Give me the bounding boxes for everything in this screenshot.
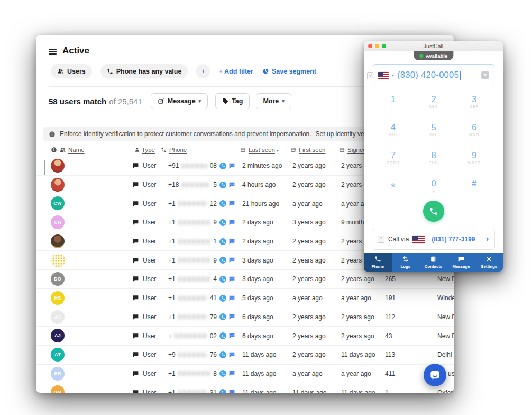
tag-button[interactable]: Tag bbox=[215, 93, 250, 109]
call-icon[interactable] bbox=[219, 389, 226, 393]
chat-bubble-icon bbox=[132, 332, 139, 339]
users-filter-pill[interactable]: Users bbox=[51, 64, 92, 78]
dialpad-key-hash[interactable]: # bbox=[454, 176, 494, 204]
sms-icon[interactable] bbox=[228, 200, 235, 207]
caller-id-number: (831) 777-3199 bbox=[432, 236, 475, 243]
tag-icon bbox=[222, 98, 228, 104]
availability-status-badge[interactable]: Available bbox=[414, 51, 453, 60]
call-icon[interactable] bbox=[219, 313, 226, 320]
table-row[interactable]: DO User +1 4 3 days ago 2 years ago 2 ye… bbox=[36, 270, 454, 289]
sms-icon[interactable] bbox=[228, 295, 235, 302]
clear-number-icon[interactable]: ✕ bbox=[481, 71, 489, 79]
add-filter-pill-button[interactable]: + bbox=[196, 64, 209, 78]
phone-prefix: +1 bbox=[168, 294, 176, 302]
sms-icon[interactable] bbox=[228, 163, 235, 169]
phone-number-input[interactable]: ▾ (830) 420-0005 ✕ bbox=[373, 64, 494, 86]
more-button[interactable]: More ▾ bbox=[256, 93, 291, 109]
pie-chart-icon bbox=[262, 68, 269, 75]
call-icon[interactable] bbox=[219, 163, 226, 169]
phone-suffix: 41 bbox=[210, 294, 217, 302]
phone-cell: +91 08 bbox=[168, 162, 235, 169]
phone-cell: +18 5 bbox=[168, 181, 235, 188]
tab-phone[interactable]: Phone bbox=[364, 253, 392, 272]
hamburger-menu-icon[interactable] bbox=[49, 48, 57, 56]
save-segment-button[interactable]: Save segment bbox=[262, 68, 316, 75]
add-filter-link[interactable]: + Add filter bbox=[219, 68, 253, 75]
call-icon[interactable] bbox=[219, 276, 226, 283]
table-row[interactable]: GM User +1 31 11 days ago 11 days ago 11… bbox=[36, 383, 454, 393]
chevron-down-icon: ▾ bbox=[199, 98, 201, 104]
call-icon[interactable] bbox=[219, 295, 226, 302]
header-phone[interactable]: Phone bbox=[169, 147, 187, 153]
dialpad-key-8[interactable]: 8TUV bbox=[414, 148, 454, 176]
phone-suffix: 31 bbox=[210, 389, 217, 393]
last-seen-cell: 5 days ago bbox=[242, 294, 273, 302]
call-icon[interactable] bbox=[219, 219, 226, 226]
signed-up-cell: 11 days ago bbox=[341, 389, 375, 393]
call-icon[interactable] bbox=[219, 370, 226, 377]
type-cell: User bbox=[143, 181, 156, 188]
sms-icon[interactable] bbox=[228, 238, 235, 245]
sort-caret-icon: ▾ bbox=[277, 148, 279, 153]
dialpad-key-4[interactable]: 4GHI bbox=[373, 120, 414, 148]
dialpad-key-9[interactable]: 9WXYZ bbox=[454, 148, 494, 176]
call-icon[interactable] bbox=[219, 200, 226, 207]
redacted-digits bbox=[178, 296, 207, 301]
country-dropdown-caret-icon[interactable]: ▾ bbox=[392, 73, 394, 78]
call-via-selector[interactable]: ? Call via (831) 777-3199 ▲▼ bbox=[372, 229, 495, 250]
dialpad-key-5[interactable]: 5JKL bbox=[414, 120, 454, 148]
table-row[interactable]: AJ User +1 79 6 days ago 2 years ago 2 y… bbox=[36, 308, 454, 327]
redacted-digits bbox=[178, 277, 211, 282]
online-status-dot bbox=[419, 54, 423, 58]
select-arrows-icon[interactable]: ▲▼ bbox=[486, 237, 489, 242]
phone-suffix: 02 bbox=[210, 332, 217, 340]
call-icon[interactable] bbox=[219, 332, 226, 339]
tab-logs[interactable]: Logs bbox=[392, 253, 420, 272]
sms-icon[interactable] bbox=[228, 313, 235, 320]
call-icon[interactable] bbox=[219, 182, 226, 188]
sms-icon[interactable] bbox=[228, 219, 235, 226]
phone-suffix: 08 bbox=[210, 162, 217, 169]
zoom-window-button[interactable] bbox=[382, 44, 386, 48]
signed-up-cell: 2 years ago bbox=[341, 313, 374, 321]
tab-message[interactable]: Message bbox=[447, 253, 475, 272]
phone-suffix: 1 bbox=[213, 238, 217, 245]
sms-icon[interactable] bbox=[228, 389, 235, 393]
minimize-window-button[interactable] bbox=[375, 44, 379, 48]
dialpad-key-2[interactable]: 2ABC bbox=[414, 92, 454, 120]
table-row[interactable]: AT User +9 76 11 days ago 2 years ago 11… bbox=[36, 346, 454, 365]
calendar-icon bbox=[339, 147, 345, 153]
table-row[interactable]: AJ User + 02 6 days ago 2 years ago 2 ye… bbox=[36, 327, 454, 346]
dialpad-key-star[interactable]: * bbox=[373, 176, 414, 204]
sms-icon[interactable] bbox=[228, 351, 235, 358]
message-button[interactable]: Message ▾ bbox=[151, 93, 208, 109]
dialpad-key-6[interactable]: 6MNO bbox=[454, 120, 494, 148]
table-row[interactable]: HS User +1 41 5 days ago a year ago a ye… bbox=[36, 289, 454, 308]
header-first-seen[interactable]: First seen bbox=[299, 147, 326, 153]
messenger-launcher-button[interactable] bbox=[424, 364, 446, 386]
sms-icon[interactable] bbox=[228, 257, 235, 264]
phone-cell: +1 8 bbox=[168, 370, 235, 377]
tab-contacts[interactable]: Contacts bbox=[419, 253, 447, 272]
header-name: Name bbox=[68, 147, 85, 153]
help-icon[interactable]: ? bbox=[378, 236, 384, 243]
sms-icon[interactable] bbox=[228, 332, 235, 339]
dialpad-key-7[interactable]: 7PQRS bbox=[373, 148, 414, 176]
header-last-seen[interactable]: Last seen ▾ bbox=[249, 147, 279, 153]
call-icon[interactable] bbox=[219, 257, 226, 264]
phone-filter-pill[interactable]: Phone has any value bbox=[100, 64, 188, 78]
call-button[interactable] bbox=[423, 201, 444, 222]
dialpad-key-3[interactable]: 3DEF bbox=[454, 92, 494, 120]
sms-icon[interactable] bbox=[228, 276, 235, 283]
header-type[interactable]: Type bbox=[142, 147, 155, 153]
sms-icon[interactable] bbox=[228, 370, 235, 377]
chat-bubble-icon bbox=[132, 313, 139, 320]
tab-settings[interactable]: Settings bbox=[475, 253, 503, 272]
dialpad-key-1[interactable]: 1 bbox=[373, 92, 414, 120]
sms-icon[interactable] bbox=[228, 182, 235, 188]
call-icon[interactable] bbox=[219, 238, 226, 245]
close-window-button[interactable] bbox=[368, 44, 372, 48]
phone-suffix: 12 bbox=[210, 200, 217, 208]
table-row[interactable]: RR User +1 8 11 days ago a year ago a ye… bbox=[36, 365, 454, 384]
call-icon[interactable] bbox=[219, 351, 226, 358]
